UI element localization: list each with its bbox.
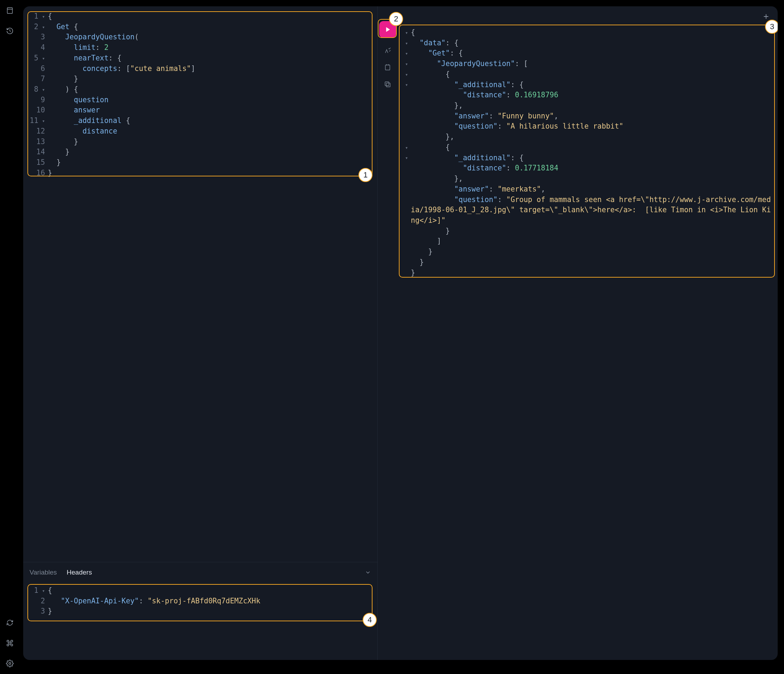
action-rail: 2: [378, 6, 397, 660]
code-line[interactable]: 14 }: [27, 147, 374, 157]
code-line[interactable]: "question": "A hilarious little rabbit": [401, 121, 774, 132]
workspace: 1 1 ▾{2 ▾ Get {3 JeopardyQuestion(4 limi…: [23, 6, 778, 660]
code-line[interactable]: },: [401, 132, 774, 142]
code-line[interactable]: ▾ {: [401, 69, 774, 80]
svg-point-3: [9, 662, 11, 665]
headers-editor[interactable]: 4 1 ▾{2 "X-OpenAI-Api-Key": "sk-proj-fAB…: [23, 583, 377, 660]
svg-rect-7: [386, 83, 390, 87]
code-line[interactable]: ▾ "_additional": {: [401, 80, 774, 90]
code-line[interactable]: },: [401, 174, 774, 184]
code-line[interactable]: 15 }: [27, 157, 374, 168]
code-line[interactable]: 2 ▾ Get {: [27, 22, 374, 32]
run-button[interactable]: [379, 21, 396, 38]
code-line[interactable]: "answer": "Funny bunny",: [401, 111, 774, 121]
code-line[interactable]: 9 question: [27, 95, 374, 106]
code-line[interactable]: 8 ▾ ) {: [27, 84, 374, 95]
collapse-chevron-icon[interactable]: [365, 569, 371, 576]
code-line[interactable]: ▾ {: [401, 142, 774, 153]
code-line[interactable]: 11 ▾ _additional {: [27, 116, 374, 126]
prettify-icon[interactable]: [383, 47, 392, 55]
code-line[interactable]: 3}: [27, 606, 374, 617]
code-line[interactable]: ]: [401, 236, 774, 247]
svg-rect-4: [386, 65, 390, 70]
code-line[interactable]: 16}: [27, 168, 374, 179]
app-sidebar: [0, 0, 20, 674]
copy-icon[interactable]: [383, 80, 392, 89]
code-line[interactable]: "question": "Group of mammals seen <a hr…: [401, 195, 774, 226]
code-line[interactable]: "answer": "meerkats",: [401, 184, 774, 195]
result-json[interactable]: ▾{▾ "data": {▾ "Get": {▾ "JeopardyQuesti…: [401, 27, 774, 278]
code-line[interactable]: 13 }: [27, 137, 374, 147]
svg-rect-8: [385, 82, 389, 86]
code-line[interactable]: "distance": 0.16918796: [401, 90, 774, 101]
code-line[interactable]: }: [401, 268, 774, 278]
code-line[interactable]: 1 ▾{: [27, 11, 374, 22]
code-line[interactable]: 4 limit: 2: [27, 42, 374, 53]
code-line[interactable]: "distance": 0.17718184: [401, 163, 774, 174]
code-line[interactable]: 3 JeopardyQuestion(: [27, 32, 374, 42]
result-pane: 3 ▾{▾ "data": {▾ "Get": {▾ "JeopardyQues…: [397, 6, 778, 660]
add-tab-icon[interactable]: [762, 12, 770, 20]
code-line[interactable]: ▾ "Get": {: [401, 48, 774, 59]
tab-headers[interactable]: Headers: [67, 568, 92, 576]
code-line[interactable]: 1 ▾{: [27, 585, 374, 596]
code-line[interactable]: 5 ▾ nearText: {: [27, 53, 374, 64]
panel-icon[interactable]: [6, 6, 14, 15]
code-line[interactable]: ▾ "data": {: [401, 38, 774, 48]
code-line[interactable]: 2 "X-OpenAI-Api-Key": "sk-proj-fABfd0Rq7…: [27, 596, 374, 607]
code-line[interactable]: }: [401, 226, 774, 237]
svg-rect-2: [9, 642, 11, 644]
svg-rect-0: [8, 8, 12, 14]
query-editor[interactable]: 1 1 ▾{2 ▾ Get {3 JeopardyQuestion(4 limi…: [23, 6, 377, 562]
code-line[interactable]: ▾ "_additional": {: [401, 153, 774, 163]
code-line[interactable]: ▾{: [401, 27, 774, 38]
bottom-tabs: Variables Headers: [23, 562, 377, 583]
code-line[interactable]: }: [401, 247, 774, 257]
history-icon[interactable]: [6, 27, 14, 35]
refresh-icon[interactable]: [6, 618, 14, 627]
code-line[interactable]: },: [401, 101, 774, 111]
code-line[interactable]: 12 distance: [27, 126, 374, 137]
tab-variables[interactable]: Variables: [30, 568, 57, 576]
shortcuts-icon[interactable]: [6, 639, 14, 647]
left-pane: 1 1 ▾{2 ▾ Get {3 JeopardyQuestion(4 limi…: [23, 6, 378, 660]
code-line[interactable]: 6 concepts: ["cute animals"]: [27, 64, 374, 74]
settings-icon[interactable]: [6, 659, 14, 668]
code-line[interactable]: 7 }: [27, 74, 374, 84]
code-line[interactable]: }: [401, 257, 774, 268]
merge-icon[interactable]: [383, 63, 392, 72]
code-line[interactable]: 10 answer: [27, 105, 374, 116]
code-line[interactable]: ▾ "JeopardyQuestion": [: [401, 59, 774, 69]
